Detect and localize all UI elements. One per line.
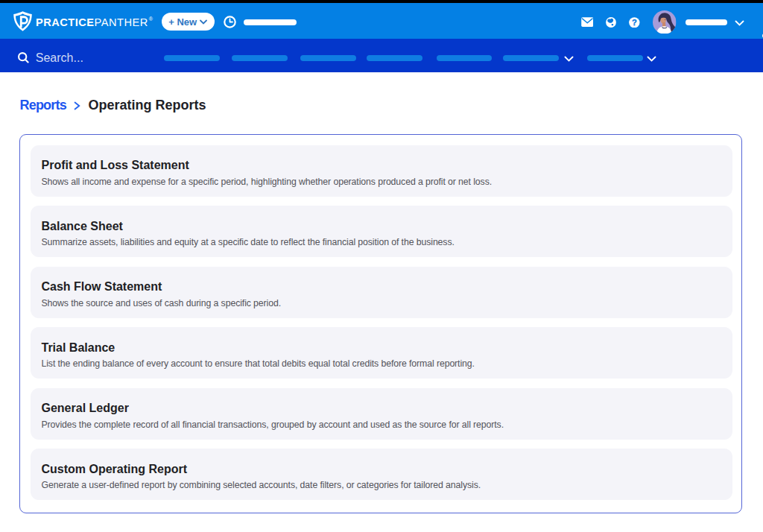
svg-text:?: ? <box>632 18 637 27</box>
